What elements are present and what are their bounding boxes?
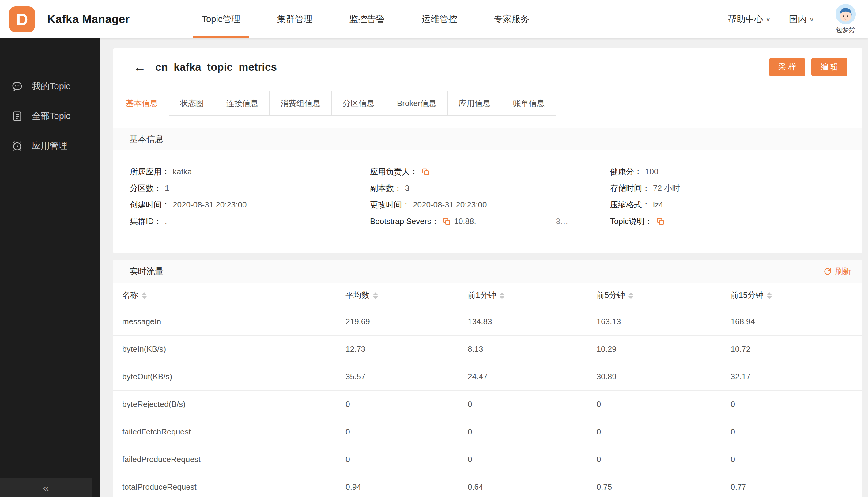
nav-item[interactable]: Topic管理 — [184, 0, 259, 38]
column-header-label: 前1分钟 — [468, 290, 496, 300]
realtime-section-bar: 实时流量 刷新 — [113, 260, 863, 283]
table-row: failedFetchRequest0000 — [113, 418, 863, 445]
user-menu[interactable]: 包梦婷 — [836, 4, 856, 34]
sample-button[interactable]: 采 样 — [769, 58, 805, 76]
info-field: 压缩格式：lz4 — [610, 199, 850, 210]
nav-item[interactable]: 监控告警 — [331, 0, 403, 38]
table-cell: 0.64 — [468, 473, 597, 497]
column-header-label: 平均数 — [346, 290, 370, 300]
sort-icon[interactable] — [142, 292, 147, 299]
sidebar-item[interactable]: 应用管理 — [0, 131, 100, 160]
back-arrow-icon[interactable]: ← — [133, 61, 146, 73]
info-field: Topic说明： — [610, 216, 850, 227]
table-cell: 0 — [346, 390, 468, 418]
info-field-value: lz4 — [653, 200, 663, 210]
table-cell: 0.75 — [597, 473, 731, 497]
basic-info-section-bar: 基本信息 — [113, 128, 863, 151]
column-header: 前15分钟 — [730, 283, 863, 308]
tab-消费组信息[interactable]: 消费组信息 — [269, 91, 332, 115]
alarm-icon — [11, 140, 23, 152]
table-cell: 35.57 — [346, 363, 468, 390]
tab-连接信息[interactable]: 连接信息 — [215, 91, 270, 115]
chevron-down-icon: ∨ — [809, 16, 814, 23]
info-field: 更改时间：2020-08-31 20:23:00 — [370, 199, 610, 210]
refresh-icon — [823, 267, 832, 276]
info-field-label: 应用负责人： — [370, 166, 418, 177]
avatar[interactable] — [836, 4, 856, 24]
table-cell: 0 — [468, 390, 597, 418]
table-cell: 0 — [730, 390, 863, 418]
tab-账单信息[interactable]: 账单信息 — [502, 91, 556, 115]
table-cell: totalProduceRequest — [113, 473, 346, 497]
sidebar-collapse-toggle[interactable]: « — [0, 478, 92, 497]
sort-icon[interactable] — [767, 292, 772, 299]
tab-基本信息[interactable]: 基本信息 — [115, 91, 169, 115]
metrics-header-row: 名称平均数前1分钟前5分钟前15分钟 — [113, 283, 863, 308]
table-cell: 0 — [468, 445, 597, 473]
tab-应用信息[interactable]: 应用信息 — [447, 91, 502, 115]
info-field-label: 副本数： — [370, 183, 402, 194]
basic-info-section-title: 基本信息 — [129, 133, 163, 145]
table-row: byteIn(KB/s)12.738.1310.2910.72 — [113, 335, 863, 363]
table-cell: 0 — [597, 390, 731, 418]
info-field: 副本数：3 — [370, 183, 610, 194]
sort-icon[interactable] — [373, 292, 378, 299]
tab-状态图[interactable]: 状态图 — [169, 91, 215, 115]
top-nav: Topic管理集群管理监控告警运维管控专家服务 — [184, 0, 548, 38]
table-cell: 134.83 — [468, 308, 597, 335]
info-field-label: 集群ID： — [130, 216, 162, 227]
nav-item[interactable]: 运维管控 — [403, 0, 475, 38]
sidebar-item-label: 我的Topic — [32, 80, 70, 93]
sort-icon[interactable] — [628, 292, 633, 299]
info-field-value: 100 — [645, 167, 658, 176]
table-cell: byteRejected(B/s) — [113, 390, 346, 418]
app-logo-icon: D — [9, 6, 35, 32]
copy-icon[interactable] — [656, 217, 665, 226]
info-field-label: 存储时间： — [610, 183, 650, 194]
sidebar-item[interactable]: 全部Topic — [0, 101, 100, 131]
help-center-label: 帮助中心 — [728, 13, 763, 26]
edit-button[interactable]: 编 辑 — [811, 58, 848, 76]
table-cell: 0 — [468, 418, 597, 445]
tab-Broker信息[interactable]: Broker信息 — [386, 91, 448, 115]
info-field-value: . — [165, 217, 167, 226]
table-cell: 10.72 — [730, 335, 863, 363]
info-field-label: 健康分： — [610, 166, 642, 177]
info-field-value: kafka — [173, 167, 192, 176]
topic-detail-card: ← cn_kafka_topic_metrics 采 样 编 辑 基本信息状态图… — [113, 48, 863, 253]
refresh-button[interactable]: 刷新 — [823, 266, 851, 277]
table-cell: 12.73 — [346, 335, 468, 363]
table-cell: byteIn(KB/s) — [113, 335, 346, 363]
sidebar-item[interactable]: 我的Topic — [0, 71, 100, 101]
info-field: 存储时间：72 小时 — [610, 183, 850, 194]
table-cell: 0 — [730, 418, 863, 445]
column-header: 平均数 — [346, 283, 468, 308]
table-cell: 0 — [346, 418, 468, 445]
sidebar-items: 我的Topic全部Topic应用管理 — [0, 38, 100, 160]
info-field-label: 更改时间： — [370, 199, 410, 210]
table-row: totalProduceRequest0.940.640.750.77 — [113, 473, 863, 497]
tab-分区信息[interactable]: 分区信息 — [331, 91, 386, 115]
nav-item[interactable]: 集群管理 — [259, 0, 331, 38]
sidebar-item-label: 全部Topic — [32, 110, 70, 122]
info-field: 创建时间：2020-08-31 20:23:00 — [130, 199, 370, 210]
table-cell: 0 — [597, 445, 731, 473]
realtime-section-title: 实时流量 — [129, 266, 163, 277]
region-label: 国内 — [789, 13, 807, 26]
username: 包梦婷 — [836, 26, 856, 34]
nav-item[interactable]: 专家服务 — [475, 0, 548, 38]
table-row: messageIn219.69134.83163.13168.94 — [113, 308, 863, 335]
table-cell: 0 — [346, 445, 468, 473]
sort-icon[interactable] — [500, 292, 504, 299]
column-header: 前1分钟 — [468, 283, 597, 308]
top-header: D Kafka Manager Topic管理集群管理监控告警运维管控专家服务 … — [0, 0, 868, 38]
copy-icon[interactable] — [443, 217, 451, 226]
column-header-label: 前15分钟 — [730, 290, 763, 300]
table-cell: 219.69 — [346, 308, 468, 335]
table-cell: 168.94 — [730, 308, 863, 335]
copy-icon[interactable] — [421, 168, 430, 176]
region-select[interactable]: 国内 ∨ — [789, 13, 814, 26]
help-center-menu[interactable]: 帮助中心 ∨ — [728, 13, 771, 26]
metrics-table: 名称平均数前1分钟前5分钟前15分钟 messageIn219.69134.83… — [113, 283, 863, 497]
detail-tabs: 基本信息状态图连接信息消费组信息分区信息Broker信息应用信息账单信息 — [113, 91, 863, 115]
